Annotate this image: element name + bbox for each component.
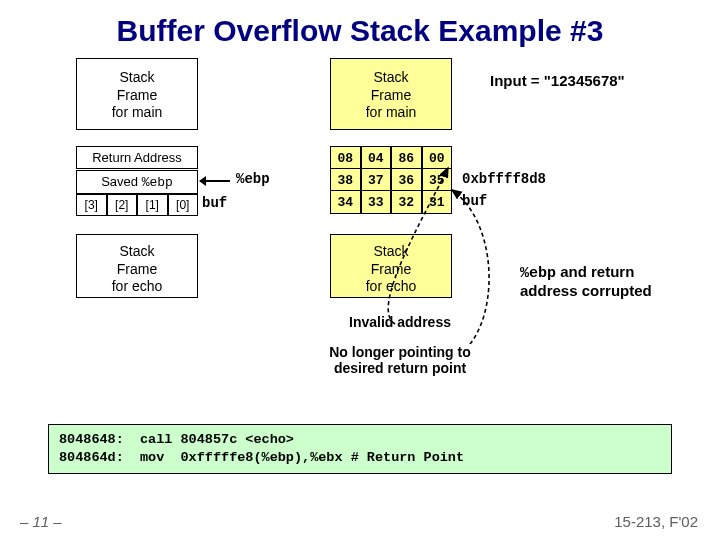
hex-cell: 38: [330, 168, 361, 192]
buf-cell-2: [2]: [107, 194, 138, 216]
content-area: Stack Frame for main Return Address Save…: [0, 54, 720, 484]
hex-cell: 37: [361, 168, 392, 192]
hex-cell: 34: [330, 190, 361, 214]
buf-cell-0: [0]: [168, 194, 199, 216]
left-saved-ebp: Saved %ebp: [76, 170, 198, 194]
label-oxbffff8d8: 0xbffff8d8: [462, 171, 546, 187]
code-line-1: 8048648: call 804857c <echo>: [59, 432, 294, 447]
ebp-label: %ebp: [236, 171, 270, 187]
left-stack-echo: Stack Frame for echo: [76, 234, 198, 298]
saved-ebp-mono: %ebp: [142, 175, 173, 190]
corruption-note: %ebp and returnaddress corrupted: [520, 246, 652, 299]
hex-cell: 36: [391, 168, 422, 192]
hex-cell: 86: [391, 146, 422, 170]
ebp-arrow: [200, 180, 230, 182]
right-stack-echo: Stack Frame for echo: [330, 234, 452, 298]
hex-cell: 31: [422, 190, 453, 214]
hex-cell: 33: [361, 190, 392, 214]
footer-page-number: – 11 –: [20, 513, 62, 530]
hex-cell: 04: [361, 146, 392, 170]
slide-title: Buffer Overflow Stack Example #3: [0, 0, 720, 54]
buf-label-left: buf: [202, 195, 227, 211]
hex-cell: 35: [422, 168, 453, 192]
code-box: 8048648: call 804857c <echo> 804864d: mo…: [48, 424, 672, 474]
footer-course: 15-213, F'02: [614, 513, 698, 530]
left-stack-main: Stack Frame for main: [76, 58, 198, 130]
hex-row-2: 38 37 36 35: [330, 168, 452, 192]
buf-cell-1: [1]: [137, 194, 168, 216]
hex-cell: 08: [330, 146, 361, 170]
caption-no-longer: No longer pointing to desired return poi…: [280, 344, 520, 376]
buf-cell-3: [3]: [76, 194, 107, 216]
saved-label: Saved: [101, 174, 141, 189]
label-buf-right: buf: [462, 193, 487, 209]
hex-row-1: 08 04 86 00: [330, 146, 452, 170]
ebp-mono: %ebp: [520, 265, 556, 282]
code-line-2: 804864d: mov 0xfffffe8(%ebp),%ebx # Retu…: [59, 450, 464, 465]
caption-invalid-address: Invalid address: [300, 314, 500, 330]
input-label: Input = "12345678": [490, 72, 625, 89]
hex-cell: 00: [422, 146, 453, 170]
left-return-address: Return Address: [76, 146, 198, 169]
left-buf-row: [3] [2] [1] [0]: [76, 194, 198, 216]
hex-row-3: 34 33 32 31: [330, 190, 452, 214]
hex-cell: 32: [391, 190, 422, 214]
right-stack-main: Stack Frame for main: [330, 58, 452, 130]
